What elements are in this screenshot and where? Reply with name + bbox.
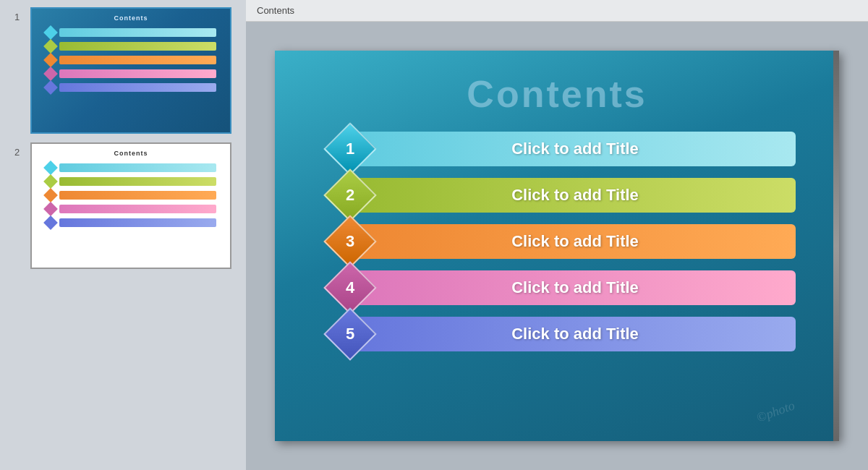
item-diamond-3: 3 bbox=[323, 215, 377, 268]
slide-tab-1[interactable]: 1 Contents bbox=[14, 7, 231, 134]
content-item-3[interactable]: 3 Click to add Title bbox=[333, 223, 796, 260]
slides-panel: 1 Contents bbox=[0, 0, 246, 470]
thumb-title-1: Contents bbox=[114, 14, 148, 22]
thumb-item-5 bbox=[46, 82, 216, 93]
item-label-5: Click to add Title bbox=[511, 325, 639, 343]
thumb-item-2-2 bbox=[46, 176, 216, 187]
item-diamond-4: 4 bbox=[323, 261, 377, 315]
item-diamond-1: 1 bbox=[323, 122, 377, 176]
item-label-4: Click to add Title bbox=[511, 278, 639, 297]
main-area: Contents Contents 1 Click to add Title bbox=[246, 0, 868, 470]
item-label-3: Click to add Title bbox=[511, 232, 639, 251]
slide-thumbnail-1[interactable]: Contents bbox=[30, 7, 231, 134]
item-bar-1[interactable]: Click to add Title bbox=[354, 132, 796, 166]
item-number-3: 3 bbox=[346, 234, 354, 249]
slide-thumbnail-2[interactable]: Contents bbox=[30, 142, 231, 269]
thumb-title-2: Contents bbox=[114, 150, 148, 157]
thumb-item-1 bbox=[46, 27, 216, 38]
item-bar-5[interactable]: Click to add Title bbox=[354, 317, 796, 351]
thumb-item-2 bbox=[46, 41, 216, 51]
canvas-wrapper: Contents 1 Click to add Title 2 bbox=[246, 22, 868, 470]
thumb-item-4 bbox=[46, 69, 216, 79]
content-item-1[interactable]: 1 Click to add Title bbox=[333, 130, 796, 168]
thumb-item-2-3 bbox=[46, 190, 216, 200]
slide-tab-2[interactable]: 2 Contents bbox=[14, 142, 231, 269]
slide-number-2: 2 bbox=[14, 147, 25, 158]
item-bar-2[interactable]: Click to add Title bbox=[354, 178, 796, 213]
thumb-item-2-1 bbox=[46, 163, 216, 173]
item-number-2: 2 bbox=[346, 187, 354, 203]
content-item-4[interactable]: 4 Click to add Title bbox=[333, 269, 796, 307]
thumb-item-2-5 bbox=[46, 218, 216, 228]
thumb-item-3 bbox=[46, 55, 216, 65]
item-number-5: 5 bbox=[346, 326, 354, 342]
item-number-4: 4 bbox=[346, 280, 354, 296]
content-item-5[interactable]: 5 Click to add Title bbox=[333, 315, 796, 353]
item-diamond-5: 5 bbox=[323, 307, 377, 361]
item-label-1: Click to add Title bbox=[511, 140, 639, 158]
slide-number-1: 1 bbox=[14, 12, 25, 22]
slide-main-title[interactable]: Contents bbox=[275, 72, 839, 116]
item-bar-3[interactable]: Click to add Title bbox=[354, 224, 796, 259]
items-container: 1 Click to add Title 2 Click to add Titl… bbox=[333, 130, 796, 353]
watermark: ©photo bbox=[754, 398, 797, 425]
content-item-2[interactable]: 2 Click to add Title bbox=[333, 176, 796, 214]
item-label-2: Click to add Title bbox=[511, 186, 639, 205]
top-bar-title: Contents bbox=[257, 5, 294, 16]
top-bar: Contents bbox=[246, 0, 868, 22]
thumb-item-2-4 bbox=[46, 204, 216, 214]
item-diamond-2: 2 bbox=[323, 168, 377, 222]
item-number-1: 1 bbox=[346, 141, 354, 157]
slide-canvas[interactable]: Contents 1 Click to add Title 2 bbox=[275, 51, 839, 441]
item-bar-4[interactable]: Click to add Title bbox=[354, 270, 796, 305]
